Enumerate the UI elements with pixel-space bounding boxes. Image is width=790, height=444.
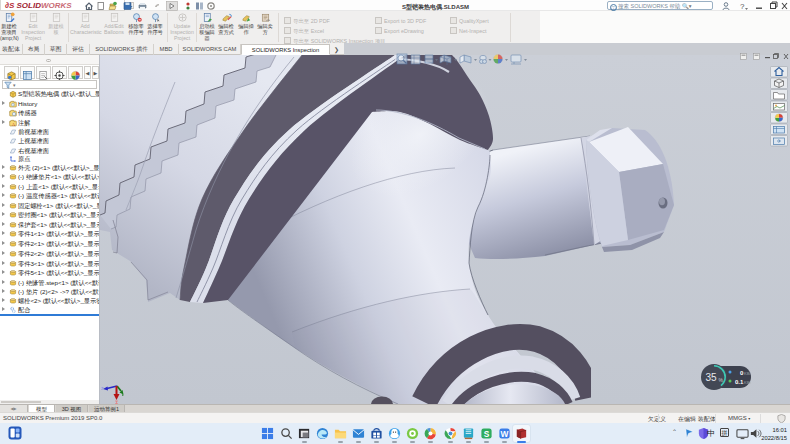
svg-text:?: ? [740, 2, 745, 11]
svg-text:35: 35 [706, 372, 718, 383]
svg-text:0.1: 0.1 [735, 379, 744, 385]
svg-text:z: z [101, 385, 104, 391]
svg-text:S: S [484, 429, 490, 439]
svg-text:KB/s: KB/s [744, 371, 751, 376]
svg-text:W: W [500, 429, 508, 439]
svg-text:KB/s: KB/s [744, 380, 751, 385]
svg-text:%: % [719, 377, 724, 383]
